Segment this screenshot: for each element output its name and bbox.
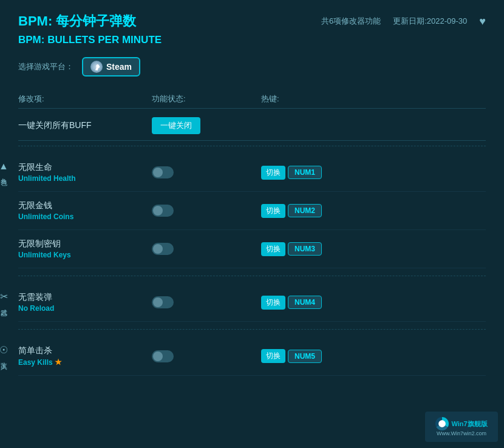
category-enemy: ☉ 敌人 简单击杀 Easy Kills ★ xyxy=(0,334,486,378)
mod-row-no-reload: 无需装弹 No Reload 切换 NUM4 xyxy=(18,283,486,322)
title-main: BPM: 每分钟子弹数 xyxy=(18,12,136,30)
mod-row-unlimited-health: 无限生命 Unlimited Health 切换 NUM1 xyxy=(18,154,486,192)
mod-row-unlimited-coins: 无限金钱 Unlimited Coins 切换 NUM2 xyxy=(18,192,486,230)
category-weapon-icon-block: ✂ 武器 xyxy=(0,291,13,306)
toggle-knob-health xyxy=(153,168,163,177)
toggle-easy-kills[interactable] xyxy=(152,350,174,362)
weapon-category-label: 武器 xyxy=(0,304,9,306)
platform-steam-button[interactable]: Steam xyxy=(82,57,140,76)
section-divider-1 xyxy=(18,146,486,146)
platform-steam-label: Steam xyxy=(106,62,132,72)
enemy-category-label: 敌人 xyxy=(0,357,9,359)
header-meta: 共6项修改器功能 更新日期:2022-09-30 ♥ xyxy=(321,15,486,28)
weapon-category-icon: ✂ xyxy=(0,291,8,302)
hotkey-switch-reload[interactable]: 切换 xyxy=(261,296,285,310)
mod-en-no-reload: No Reload xyxy=(18,304,152,313)
buff-name: 一键关闭所有BUFF xyxy=(18,120,152,131)
hotkey-container-health: 切换 NUM1 xyxy=(261,166,486,180)
title-suffix: 每分钟子弹数 xyxy=(56,13,136,29)
hotkey-switch-easy-kills[interactable]: 切换 xyxy=(261,349,285,363)
col-status-header: 功能状态: xyxy=(152,93,261,104)
toggle-knob-easy-kills xyxy=(153,351,163,361)
mod-zh-no-reload: 无需装弹 xyxy=(18,292,152,303)
mod-names-unlimited-health: 无限生命 Unlimited Health xyxy=(18,162,152,183)
buff-row: 一键关闭所有BUFF 一键关闭 xyxy=(18,111,486,141)
watermark-site: Win7旗舰版 xyxy=(451,419,487,429)
mod-zh-unlimited-coins: 无限金钱 xyxy=(18,200,152,211)
hotkey-container-coins: 切换 NUM2 xyxy=(261,204,486,218)
title-prefix: BPM: xyxy=(18,13,56,29)
watermark-top: Win7旗舰版 xyxy=(435,417,487,430)
watermark-logo-icon xyxy=(435,417,449,430)
column-headers: 修改项: 功能状态: 热键: xyxy=(18,90,486,109)
hotkey-key-coins[interactable]: NUM2 xyxy=(288,204,322,217)
toggle-container-reload xyxy=(152,296,261,308)
header-top: BPM: 每分钟子弹数 共6项修改器功能 更新日期:2022-09-30 ♥ xyxy=(18,12,486,30)
enemy-category-icon: ☉ xyxy=(0,344,8,356)
mod-zh-unlimited-keys: 无限制密钥 xyxy=(18,239,152,249)
mod-en-unlimited-keys: Unlimited Keys xyxy=(18,251,152,259)
platform-row: 选择游戏平台： Steam xyxy=(18,57,486,76)
hotkey-switch-health[interactable]: 切换 xyxy=(261,166,285,180)
category-character-icon-block: ▲ 角色 xyxy=(0,161,13,175)
hotkey-container-keys: 切换 NUM3 xyxy=(261,242,486,256)
toggle-container-coins xyxy=(152,205,261,217)
mod-zh-easy-kills: 简单击杀 xyxy=(18,345,152,356)
toggle-container-easy-kills xyxy=(152,350,261,362)
section-divider-3 xyxy=(18,329,486,330)
content-area: BPM: 每分钟子弹数 共6项修改器功能 更新日期:2022-09-30 ♥ B… xyxy=(0,0,504,448)
buff-close-button[interactable]: 一键关闭 xyxy=(152,117,200,134)
meta-date: 更新日期:2022-09-30 xyxy=(393,16,467,27)
col-hotkey-header: 热键: xyxy=(261,93,486,104)
toggle-health[interactable] xyxy=(152,166,174,178)
toggle-reload[interactable] xyxy=(152,296,174,308)
mod-names-easy-kills: 简单击杀 Easy Kills ★ xyxy=(18,345,152,367)
category-character: ▲ 角色 无限生命 Unlimited Health 切换 NUM1 xyxy=(0,151,486,271)
mod-row-easy-kills: 简单击杀 Easy Kills ★ 切换 NUM5 xyxy=(18,337,486,376)
mod-zh-unlimited-health: 无限生命 xyxy=(18,162,152,173)
character-category-label: 角色 xyxy=(0,173,9,175)
mod-en-easy-kills-text: Easy Kills xyxy=(18,358,53,367)
col-mod-header: 修改项: xyxy=(18,93,152,104)
hotkey-container-reload: 切换 NUM4 xyxy=(261,296,486,310)
mod-row-unlimited-keys: 无限制密钥 Unlimited Keys 切换 NUM3 xyxy=(18,230,486,268)
section-divider-2 xyxy=(18,276,486,276)
category-enemy-icon-block: ☉ 敌人 xyxy=(0,344,13,359)
meta-count: 共6项修改器功能 xyxy=(321,16,381,27)
title-en: BPM: BULLETS PER MINUTE xyxy=(18,34,486,46)
hotkey-container-easy-kills: 切换 NUM5 xyxy=(261,349,486,363)
character-category-icon: ▲ xyxy=(0,161,9,172)
hotkey-switch-coins[interactable]: 切换 xyxy=(261,204,285,218)
mod-names-unlimited-keys: 无限制密钥 Unlimited Keys xyxy=(18,239,152,259)
mod-en-easy-kills: Easy Kills ★ xyxy=(18,358,152,367)
steam-logo-icon xyxy=(90,61,103,73)
hotkey-key-reload[interactable]: NUM4 xyxy=(288,296,322,309)
buff-button-container: 一键关闭 xyxy=(152,117,261,134)
hotkey-key-keys[interactable]: NUM3 xyxy=(288,242,322,256)
mod-en-unlimited-health: Unlimited Health xyxy=(18,174,152,183)
toggle-keys[interactable] xyxy=(152,243,174,255)
mod-en-unlimited-coins: Unlimited Coins xyxy=(18,212,152,221)
star-icon: ★ xyxy=(55,358,62,367)
mod-names-unlimited-coins: 无限金钱 Unlimited Coins xyxy=(18,200,152,221)
watermark-url: Www.Win7win2.com xyxy=(437,430,486,436)
category-weapon: ✂ 武器 无需装弹 No Reload 切换 NUM4 xyxy=(0,281,486,324)
hotkey-key-easy-kills[interactable]: NUM5 xyxy=(288,350,322,363)
toggle-container-health xyxy=(152,166,261,178)
main-container: BPM: 每分钟子弹数 共6项修改器功能 更新日期:2022-09-30 ♥ B… xyxy=(0,0,504,448)
hotkey-key-health[interactable]: NUM1 xyxy=(288,166,322,179)
toggle-knob-coins xyxy=(153,206,163,216)
watermark: Win7旗舰版 Www.Win7win2.com xyxy=(425,412,498,442)
toggle-coins[interactable] xyxy=(152,205,174,217)
toggle-knob-reload xyxy=(153,297,163,307)
hotkey-switch-keys[interactable]: 切换 xyxy=(261,242,285,256)
toggle-knob-keys xyxy=(153,244,163,254)
mod-names-no-reload: 无需装弹 No Reload xyxy=(18,292,152,313)
platform-label: 选择游戏平台： xyxy=(18,61,73,72)
toggle-container-keys xyxy=(152,243,261,255)
favorite-icon[interactable]: ♥ xyxy=(479,15,486,28)
